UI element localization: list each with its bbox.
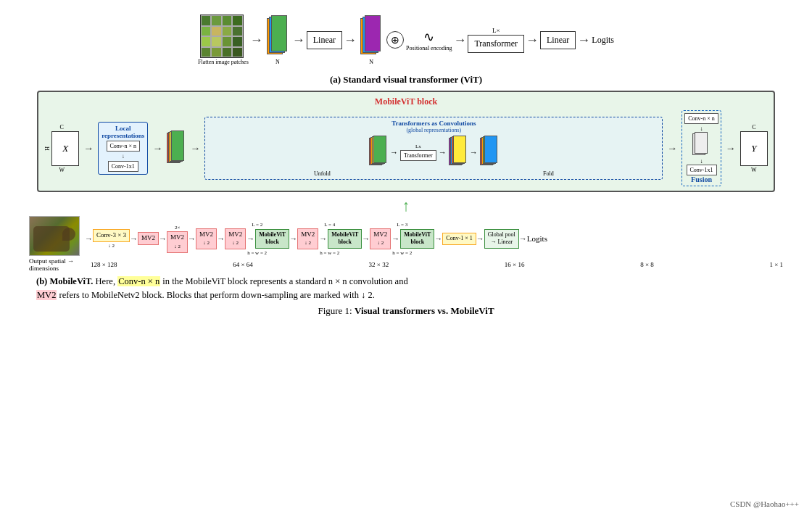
pipe-arrow-2: → — [159, 234, 167, 243]
conv-1x1-box: Conv-1x1 — [108, 161, 138, 172]
colored-block-3 — [449, 136, 468, 169]
dim-128: 128 × 128 — [91, 261, 117, 268]
hw2-3: h = w = 2 — [392, 250, 412, 256]
local-rep-box: Localrepresentations Conv-n × n ↓ Conv-1… — [98, 122, 148, 175]
colored-block-1 — [167, 130, 186, 167]
arrow-x5: → — [726, 143, 736, 154]
y-label: Y — [751, 143, 756, 154]
fusion-box: Conv-n × n ↓ ↓ Conv-1x1 Fusion — [682, 110, 721, 186]
arch-logits: Logits — [527, 234, 547, 243]
unfold-label: Unfold — [314, 170, 331, 177]
pipe-arrow-12: → — [519, 234, 527, 243]
pipe-arrow-4: → — [217, 234, 225, 243]
patch-cell — [222, 15, 233, 26]
globalpool-box: Global pool→ Linear — [484, 229, 519, 249]
pipe-arrow-5: → — [246, 234, 254, 243]
pos-enc-label: Positional encoding — [406, 45, 452, 51]
patch-cell — [201, 36, 212, 47]
l2-label: L = 2 — [252, 222, 262, 228]
patch-cell — [232, 26, 243, 37]
out-layer-purple — [365, 15, 381, 51]
h-label-x: H — [44, 146, 51, 151]
cb3-yellow — [453, 136, 466, 163]
green-arrow-wrap: ↑ — [402, 196, 410, 215]
dim-labels-row: Output spatial → dimensions 128 × 128 64… — [22, 257, 790, 272]
dim-8: 8 × 8 — [640, 261, 654, 268]
vit-section: Flatten image patches → N → Linear → — [22, 7, 790, 88]
arrow-2: → — [292, 33, 305, 48]
conv3x3-box: Conv-3 × 3 — [93, 229, 130, 242]
conv3x3-downsample: ↓ 2 — [108, 243, 115, 249]
two-x: 2× — [175, 225, 180, 231]
output-layers-wrap: N — [358, 15, 384, 65]
pipe-arrow-1: → — [130, 234, 138, 243]
hw2-2: h = w = 2 — [320, 250, 339, 256]
linear1-wrap: Linear — [307, 31, 342, 49]
x-wrap: C H X W — [44, 124, 79, 173]
mobilevit-block-section: MobileViT block C H X W → Localrepresent… — [37, 91, 775, 192]
conv3x3-wrap: Conv-3 × 3 ↓ 2 — [93, 229, 130, 249]
l4-label: L = 4 — [324, 222, 335, 228]
pipe-arrow-8: → — [362, 234, 370, 243]
mv2-2-box: MV2↓ 2 — [167, 231, 188, 252]
caption-math1: n × n — [328, 276, 347, 286]
linear1-box: Linear — [307, 31, 342, 49]
patch-cell — [201, 15, 212, 26]
input-layers-wrap: N — [265, 15, 291, 65]
caption-text4: refers to MobileNetv2 block. Blocks that… — [59, 290, 375, 300]
fusion-label: Fusion — [691, 175, 712, 183]
x-row: H X — [44, 131, 79, 166]
w-label-y: W — [751, 167, 757, 173]
down-arrow-fusion2: ↓ — [700, 158, 703, 165]
patch-cell — [201, 47, 212, 58]
sine-icon: ∿ — [423, 29, 434, 45]
mv2-4-box: MV2↓ 2 — [225, 228, 246, 249]
patch-cell — [222, 47, 233, 58]
linear2-box: Linear — [540, 31, 576, 49]
output-spatial-text: Output spatial → dimensions — [29, 257, 74, 272]
patch-grid-wrap: Flatten image patches — [198, 14, 249, 65]
output-spatial-label: Output spatial → dimensions — [29, 257, 91, 272]
dog-wrap — [29, 216, 83, 256]
caption-text1: Here, — [96, 276, 118, 286]
trans-conv-box: Transformers as Convolutions (global rep… — [204, 117, 663, 180]
l3-label: L = 3 — [397, 222, 407, 228]
vit-diagram: Flatten image patches → N → Linear → — [198, 7, 614, 72]
y-box: Y — [740, 131, 768, 166]
w-label-x: W — [59, 167, 65, 173]
patch-grid — [200, 14, 244, 58]
unfold-fold-row: Unfold Fold — [207, 170, 660, 177]
arrow-x2: → — [152, 143, 162, 154]
c-label-x: C — [60, 124, 64, 130]
dog-image — [29, 216, 80, 256]
vit-title: (a) Standard visual transformer (ViT) — [330, 74, 482, 86]
caption-section: (b) MobileViT. Here, Conv-n × n in the M… — [22, 275, 790, 302]
pipe-arrow-0: → — [85, 234, 93, 243]
local-rep-label: Localrepresentations — [102, 125, 144, 139]
arrow-4: → — [453, 33, 466, 48]
arrow-x4: → — [667, 143, 677, 154]
n-label2: N — [369, 59, 373, 65]
figure-title-text: Figure 1: — [318, 305, 355, 316]
pipe-arrow-6: → — [289, 234, 297, 243]
trans-conv-title: Transformers as Convolutions — [392, 120, 476, 127]
dim-values: 128 × 128 64 × 64 32 × 32 16 × 16 8 × 8 … — [91, 261, 783, 268]
input-layers — [267, 15, 289, 59]
logits-label: Logits — [592, 35, 614, 46]
pos-enc-wrap: ∿ Positional encoding — [406, 29, 452, 51]
arrow-5: → — [526, 33, 539, 48]
mobilevit-3-box: MobileViTblock — [400, 229, 434, 249]
mv2-1-box: MV2 — [138, 232, 159, 245]
c-label-y: C — [752, 124, 755, 130]
arrow-x3: → — [190, 143, 200, 154]
cb2-green — [373, 136, 386, 163]
arrow-tc2: → — [439, 148, 447, 157]
trans-conv-subtitle: (global representations) — [406, 127, 461, 133]
conv-nx-n-box: Conv-n × n — [107, 141, 141, 152]
l4-group: L = 4 MV2↓ 2 → MobileViTblock h = w = 2 — [297, 222, 362, 256]
arch-pipeline: → Conv-3 × 3 ↓ 2 → MV2 → 2× MV2↓ 2 → MV2… — [85, 222, 783, 256]
pipe-arrow-10: → — [434, 234, 442, 243]
pipe-arrow-3: → — [188, 234, 196, 243]
arrow-tc1: → — [390, 148, 398, 157]
mv2-6-box: MV2↓ 2 — [370, 228, 391, 249]
